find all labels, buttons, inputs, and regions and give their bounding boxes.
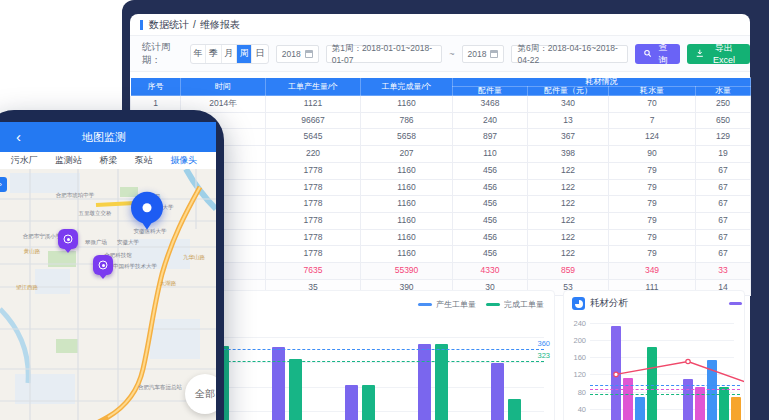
table-cell: 7 (609, 112, 696, 129)
camera-pin[interactable] (58, 229, 78, 249)
table-cell: 1160 (361, 96, 453, 113)
table-cell: 79 (609, 212, 696, 229)
period-option-月[interactable]: 月 (222, 45, 237, 63)
breadcrumb-section[interactable]: 数据统计 (149, 18, 189, 32)
map-label: 合肥市宁溪小学 (23, 233, 62, 240)
table-cell: 96667 (266, 112, 361, 129)
reference-line (590, 394, 740, 395)
bar-产生工单量[interactable] (418, 344, 431, 420)
table-cell: 5645 (266, 129, 361, 146)
period-option-日[interactable]: 日 (252, 45, 267, 63)
pin-center-dot (143, 203, 152, 212)
consumable-bar[interactable] (647, 347, 657, 420)
legend-item-产生工单量[interactable]: 产生工单量 (418, 299, 476, 310)
camera-pin[interactable] (93, 255, 113, 275)
bar-完成工单量[interactable] (508, 399, 521, 420)
consumable-bar[interactable] (611, 326, 621, 420)
table-cell: 3468 (453, 96, 528, 113)
phone-tab-摄像头[interactable]: 摄像头 (170, 154, 197, 167)
table-cell: 122 (528, 212, 609, 229)
table-cell: 67 (696, 229, 751, 246)
table-cell: 122 (528, 229, 609, 246)
table-cell: 456 (453, 179, 528, 196)
legend-marker (486, 303, 500, 306)
bar-完成工单量[interactable] (362, 385, 375, 420)
period-label: 统计周期： (142, 41, 183, 67)
year-from-select[interactable]: 2018 (276, 45, 319, 63)
table-cell: 456 (453, 212, 528, 229)
table-cell: 1778 (266, 246, 361, 263)
period-option-周[interactable]: 周 (237, 45, 252, 63)
bar-完成工单量[interactable] (435, 344, 448, 420)
bar-产生工单量[interactable] (272, 347, 285, 420)
bar-产生工单量[interactable] (491, 363, 504, 420)
y-tick: 240 (566, 319, 586, 328)
table-row[interactable]: 96667786240137650 (131, 112, 751, 129)
bar-完成工单量[interactable] (289, 359, 302, 420)
consumable-bar[interactable] (719, 387, 729, 420)
map-label: 五里墩立交桥 (79, 210, 112, 217)
gridline (590, 323, 734, 324)
selected-camera-pin[interactable] (131, 192, 163, 224)
legend-label: 完成工单量 (504, 299, 544, 310)
sub-column-header: 配件量（元） (528, 87, 609, 96)
table-row[interactable]: 12014年11211160346834070250 (131, 96, 751, 113)
table-cell: 19 (696, 146, 751, 163)
y-tick: 120 (566, 370, 586, 379)
legend-item-完成工单量[interactable]: 完成工单量 (486, 299, 544, 310)
table-cell: 1160 (361, 196, 453, 213)
column-header: 序号 (131, 78, 181, 96)
period-option-年[interactable]: 年 (191, 45, 206, 63)
map-label: 翠微广场 (85, 239, 107, 246)
breadcrumb-accent-bar (140, 20, 143, 30)
week-range-from-input[interactable]: 第1周：2018-01-01~2018-01-07 (326, 45, 443, 63)
consumable-bar[interactable] (731, 397, 741, 420)
table-cell: 1778 (266, 196, 361, 213)
total-cell: 7635 (266, 263, 361, 280)
consumable-bar[interactable] (623, 378, 633, 420)
consumable-bar[interactable] (695, 387, 705, 420)
query-button[interactable]: 查询 (635, 44, 680, 64)
map-view[interactable]: › 合肥市琥珀中学体育局安徽农业大学五里墩立交桥安徽医科大学合肥市宁溪小学翠微广… (0, 169, 216, 420)
table-cell: 122 (528, 179, 609, 196)
table-cell: 1121 (266, 96, 361, 113)
phone-tab-桥梁[interactable]: 桥梁 (99, 154, 117, 167)
y-tick: 40 (566, 405, 586, 414)
table-cell: 1778 (266, 229, 361, 246)
phone-tab-污水厂[interactable]: 污水厂 (11, 154, 38, 167)
table-cell: 122 (528, 246, 609, 263)
map-label: 太湖路 (160, 280, 177, 287)
year-to-select[interactable]: 2018 (462, 45, 505, 63)
table-cell: 456 (453, 229, 528, 246)
export-excel-button[interactable]: 导出Excel (687, 44, 750, 64)
map-expand-button[interactable]: › (0, 177, 7, 192)
table-cell: 90 (609, 146, 696, 163)
map-label: 安徽大学 (117, 239, 139, 246)
bar-产生工单量[interactable] (345, 385, 358, 420)
table-cell: 1160 (361, 212, 453, 229)
phone-tab-bar: 污水厂监测站桥梁泵站摄像头 (0, 152, 216, 169)
table-cell: 67 (696, 179, 751, 196)
column-header: 时间 (181, 78, 266, 96)
phone-tab-泵站[interactable]: 泵站 (135, 154, 153, 167)
phone-tab-监测站[interactable]: 监测站 (55, 154, 82, 167)
period-segmented-control: 年季月周日 (190, 44, 269, 64)
table-cell: 70 (609, 96, 696, 113)
column-header: 工单完成量/个 (361, 78, 453, 96)
table-cell: 1160 (361, 246, 453, 263)
table-cell: 67 (696, 212, 751, 229)
back-icon[interactable]: ‹ (16, 122, 21, 152)
calendar-icon (490, 50, 498, 58)
camera-lens-icon (99, 261, 108, 270)
period-option-季[interactable]: 季 (206, 45, 221, 63)
week-range-to-input[interactable]: 第6周：2018-04-16~2018-04-22 (511, 45, 628, 63)
table-cell: 650 (696, 112, 751, 129)
table-cell: 220 (266, 146, 361, 163)
calendar-icon (305, 50, 313, 58)
table-cell: 1778 (266, 212, 361, 229)
consumable-bar[interactable] (635, 397, 645, 420)
table-cell: 1778 (266, 162, 361, 179)
table-cell: 340 (528, 96, 609, 113)
table-cell: 1160 (361, 229, 453, 246)
y-tick: 80 (566, 388, 586, 397)
